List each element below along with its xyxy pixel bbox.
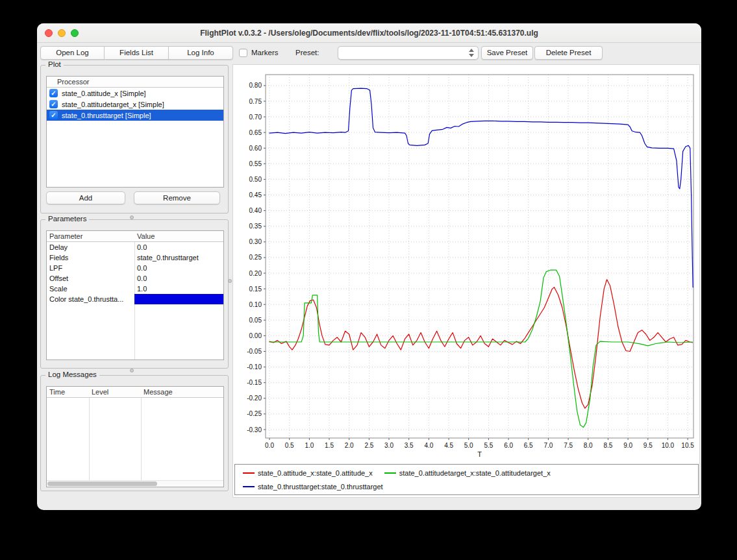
parameter-row[interactable]: Scale1.0: [47, 284, 223, 294]
svg-text:0.80: 0.80: [249, 82, 262, 89]
plot-series-row[interactable]: ✓state_0.thrusttarget [Simple]: [47, 110, 223, 121]
series-label: state_0.thrusttarget [Simple]: [62, 112, 151, 119]
svg-text:10.0: 10.0: [662, 442, 675, 449]
log-info-button[interactable]: Log Info: [168, 46, 233, 60]
parameter-row[interactable]: Offset0.0: [47, 273, 223, 284]
svg-text:-0.05: -0.05: [247, 348, 262, 355]
splitpane-divider-handle[interactable]: [130, 215, 134, 219]
svg-text:9.5: 9.5: [643, 442, 653, 449]
minimize-window-button[interactable]: [58, 29, 66, 37]
svg-text:8.0: 8.0: [584, 442, 593, 449]
svg-text:-0.20: -0.20: [247, 395, 262, 402]
legend-label: state_0.attitude_x:state_0.attitude_x: [258, 469, 373, 477]
flightplot-window: FlightPlot v.0.3.2 - /Users/oleg/Documen…: [37, 23, 701, 510]
svg-text:-0.15: -0.15: [247, 379, 262, 386]
parameters-table-header: Parameter Value: [47, 231, 223, 242]
svg-text:0.40: 0.40: [249, 207, 262, 214]
window-title: FlightPlot v.0.3.2 - /Users/oleg/Documen…: [89, 23, 649, 43]
svg-text:1.5: 1.5: [325, 442, 334, 449]
legend-label: state_0.thrusttarget:state_0.thrusttarge…: [258, 483, 383, 491]
delete-preset-button[interactable]: Delete Preset: [534, 46, 603, 60]
svg-text:2.5: 2.5: [364, 442, 373, 449]
series-label: state_0.attitudetarget_x [Simple]: [62, 101, 164, 108]
plot-series-table[interactable]: Processor ✓state_0.attitude_x [Simple]✓s…: [46, 76, 224, 188]
svg-text:10.5: 10.5: [681, 442, 694, 449]
plot-group-title: Plot: [45, 60, 64, 68]
time-column-header: Time: [49, 387, 65, 398]
plot-table-header: Processor: [47, 77, 223, 88]
svg-text:0.25: 0.25: [249, 254, 262, 261]
svg-text:0.0: 0.0: [265, 442, 274, 449]
svg-text:0.30: 0.30: [249, 238, 262, 245]
zoom-window-button[interactable]: [71, 29, 79, 37]
series-checkbox[interactable]: ✓: [49, 89, 58, 97]
parameter-name: Offset: [49, 273, 68, 284]
preset-combobox[interactable]: [338, 46, 479, 60]
value-column-header: Value: [137, 231, 155, 242]
parameters-group: Parameters Parameter Value Delay0.0Field…: [40, 219, 229, 369]
markers-checkbox[interactable]: [239, 49, 247, 57]
svg-text:3.5: 3.5: [405, 442, 414, 449]
fields-list-button[interactable]: Fields List: [104, 46, 169, 60]
remove-button[interactable]: Remove: [134, 191, 220, 204]
color-swatch: [134, 294, 223, 304]
parameter-value: 1.0: [137, 284, 147, 294]
chart-legend-box: state_0.attitude_x:state_0.attitude_xsta…: [234, 464, 699, 495]
legend-line-sample: [384, 472, 396, 474]
plot-series-row[interactable]: ✓state_0.attitude_x [Simple]: [47, 88, 223, 99]
splitpane-divider-handle[interactable]: [130, 369, 134, 372]
scrollbar-thumb[interactable]: [47, 481, 157, 486]
legend-item: state_0.thrusttarget:state_0.thrusttarge…: [243, 480, 383, 493]
log-messages-table[interactable]: Time Level Message: [46, 386, 224, 487]
parameter-value: 0.0: [137, 263, 147, 273]
title-bar[interactable]: FlightPlot v.0.3.2 - /Users/oleg/Documen…: [37, 23, 701, 43]
svg-text:5.0: 5.0: [464, 442, 473, 449]
log-messages-group: Log Messages Time Level Message: [40, 375, 229, 491]
svg-text:5.5: 5.5: [484, 442, 493, 449]
series-checkbox[interactable]: ✓: [49, 100, 58, 108]
parameter-row[interactable]: Delay0.0: [47, 242, 223, 252]
open-log-button[interactable]: Open Log: [40, 46, 105, 60]
plot-group: Plot Processor ✓state_0.attitude_x [Simp…: [40, 65, 229, 213]
svg-text:2.0: 2.0: [345, 442, 354, 449]
close-window-button[interactable]: [45, 29, 53, 37]
parameter-name: Scale: [49, 284, 68, 294]
svg-text:0.50: 0.50: [249, 176, 262, 183]
parameter-name: Color state_0.thrustta...: [49, 294, 123, 304]
svg-text:0.10: 0.10: [249, 301, 262, 308]
series-label: state_0.attitude_x [Simple]: [62, 90, 146, 97]
parameters-group-title: Parameters: [45, 215, 89, 223]
plot-series-row[interactable]: ✓state_0.attitudetarget_x [Simple]: [47, 99, 223, 110]
svg-text:0.60: 0.60: [249, 145, 262, 152]
svg-text:0.15: 0.15: [249, 286, 262, 293]
parameter-name: Delay: [49, 242, 68, 252]
svg-text:0.75: 0.75: [249, 98, 262, 105]
preset-combobox-value: [344, 47, 464, 59]
parameters-table-body: Delay0.0Fieldsstate_0.thrusttargetLPF0.0…: [47, 242, 223, 304]
series-checkbox[interactable]: ✓: [49, 111, 58, 119]
svg-text:7.0: 7.0: [543, 442, 553, 449]
add-button[interactable]: Add: [46, 191, 125, 204]
save-preset-button[interactable]: Save Preset: [481, 46, 533, 60]
svg-text:0.45: 0.45: [249, 191, 262, 199]
svg-text:0.20: 0.20: [249, 270, 262, 277]
processor-column-header: Processor: [57, 77, 90, 88]
splitpane-divider-handle[interactable]: [228, 279, 232, 283]
chart-panel: 0.800.750.700.650.600.550.500.450.400.35…: [232, 64, 700, 498]
parameter-row[interactable]: Color state_0.thrustta...: [47, 294, 223, 304]
svg-text:4.0: 4.0: [424, 442, 433, 449]
parameter-row[interactable]: Fieldsstate_0.thrusttarget: [47, 252, 223, 263]
legend-item: state_0.attitudetarget_x:state_0.attitud…: [384, 467, 551, 479]
svg-text:7.5: 7.5: [564, 442, 573, 449]
svg-text:4.5: 4.5: [444, 442, 453, 449]
svg-text:3.0: 3.0: [384, 442, 393, 449]
level-column-header: Level: [92, 387, 108, 398]
chart-svg[interactable]: 0.800.750.700.650.600.550.500.450.400.35…: [234, 67, 699, 460]
preset-label: Preset:: [295, 43, 319, 63]
parameters-table[interactable]: Parameter Value Delay0.0Fieldsstate_0.th…: [46, 230, 224, 360]
parameter-row[interactable]: LPF0.0: [47, 263, 223, 273]
horizontal-scrollbar[interactable]: [47, 480, 223, 487]
svg-text:1.0: 1.0: [305, 442, 314, 449]
column-divider: [89, 387, 90, 487]
legend-line-sample: [243, 486, 255, 487]
